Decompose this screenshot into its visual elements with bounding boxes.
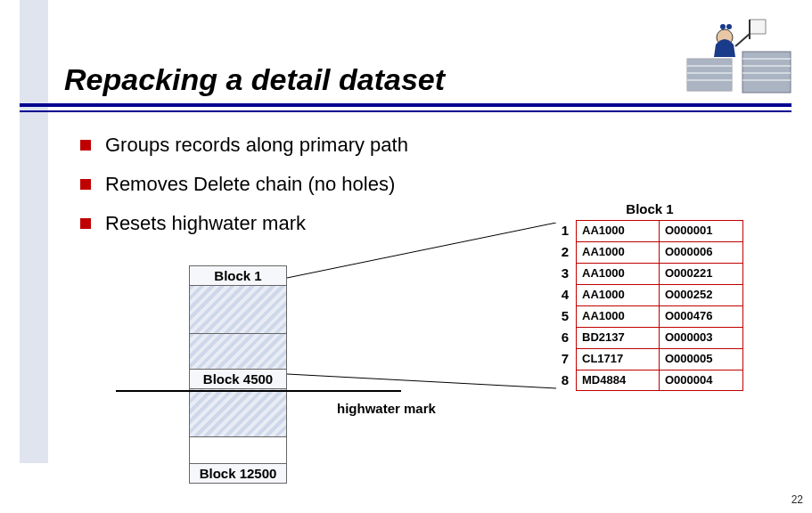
svg-rect-5 (742, 52, 791, 93)
row-number: 3 (556, 263, 576, 284)
svg-rect-0 (687, 59, 732, 91)
bullet-item: Removes Delete chain (no holes) (80, 173, 408, 196)
bullet-text: Removes Delete chain (no holes) (105, 173, 395, 196)
cell-key: AA1000 (576, 241, 660, 263)
title-underline (20, 103, 791, 112)
cell-key: BD2137 (576, 327, 660, 348)
cell-value: O000005 (660, 348, 743, 370)
table-row: 2AA1000O000006 (556, 241, 743, 263)
block-label-bottom: Block 12500 (189, 464, 287, 484)
corner-illustration (680, 7, 796, 96)
cell-key: AA1000 (576, 284, 660, 305)
block-label-mid: Block 4500 (189, 370, 287, 389)
highwater-line (116, 390, 401, 392)
table-row: 4AA1000O000252 (556, 284, 743, 305)
block-chunk (189, 286, 287, 334)
bullet-square-icon (80, 179, 91, 190)
block-diagram: Block 1 Block 4500 Block 12500 (189, 265, 287, 484)
svg-point-13 (720, 24, 726, 29)
block-label-top: Block 1 (189, 265, 287, 286)
table-row: 3AA1000O000221 (556, 263, 743, 284)
row-number: 1 (556, 220, 576, 241)
svg-point-14 (726, 24, 732, 29)
table-row: 1AA1000O000001 (556, 220, 743, 241)
bullet-item: Resets highwater mark (80, 212, 408, 235)
highwater-label: highwater mark (337, 401, 436, 416)
table-row: 5AA1000O000476 (556, 305, 743, 327)
table-title: Block 1 (556, 201, 743, 216)
row-number: 4 (556, 284, 576, 305)
page-number: 22 (791, 493, 803, 506)
cell-value: O000476 (660, 305, 743, 327)
row-number: 7 (556, 348, 576, 370)
cell-key: AA1000 (576, 263, 660, 284)
cell-key: AA1000 (576, 220, 660, 241)
row-number: 2 (556, 241, 576, 263)
block-chunk (189, 334, 287, 370)
data-table: Block 1 1AA1000O0000012AA1000O0000063AA1… (556, 201, 743, 391)
bullet-list: Groups records along primary path Remove… (80, 134, 408, 251)
cell-value: O000001 (660, 220, 743, 241)
slide-title: Repacking a detail dataset (64, 62, 445, 97)
row-number: 6 (556, 327, 576, 348)
cell-value: O000004 (660, 370, 743, 391)
row-number: 8 (556, 370, 576, 391)
bullet-square-icon (80, 218, 91, 229)
cell-value: O000252 (660, 284, 743, 305)
block-chunk-empty (189, 437, 287, 464)
cell-key: AA1000 (576, 305, 660, 327)
row-number: 5 (556, 305, 576, 327)
bullet-text: Groups records along primary path (105, 134, 408, 157)
left-accent-bar (20, 0, 48, 463)
cell-key: MD4884 (576, 370, 660, 391)
svg-line-11 (735, 34, 750, 46)
bullet-square-icon (80, 140, 91, 151)
table-row: 8MD4884O000004 (556, 370, 743, 391)
bullet-text: Resets highwater mark (105, 212, 306, 235)
bullet-item: Groups records along primary path (80, 134, 408, 157)
svg-line-16 (287, 374, 556, 388)
table-row: 6BD2137O000003 (556, 327, 743, 348)
cell-key: CL1717 (576, 348, 660, 370)
table-row: 7CL1717O000005 (556, 348, 743, 370)
cell-value: O000221 (660, 263, 743, 284)
cell-value: O000006 (660, 241, 743, 263)
block-chunk (189, 389, 287, 437)
cell-value: O000003 (660, 327, 743, 348)
